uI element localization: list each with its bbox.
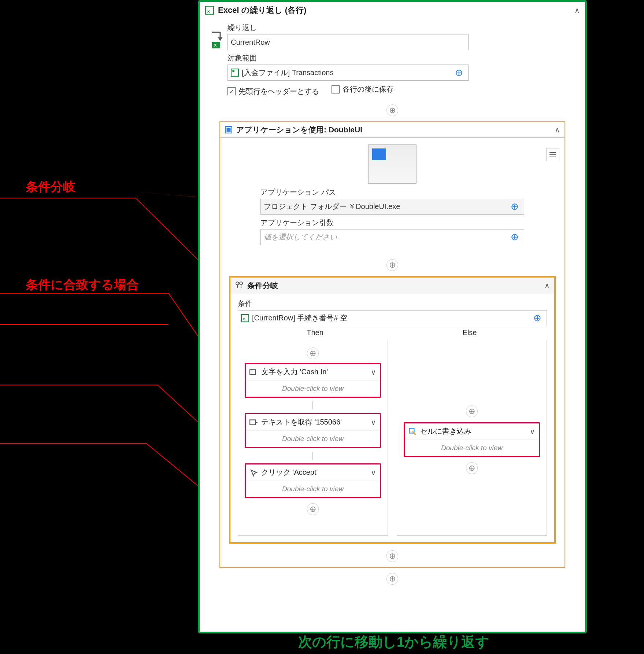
- excel-foreach-activity: x Excel の繰り返し (各行) ∧ X 繰り返し CurrentRow: [198, 0, 587, 633]
- svg-rect-6: [231, 69, 238, 76]
- type-into-icon: T: [249, 368, 258, 376]
- then-label: Then: [238, 328, 392, 337]
- condition-field[interactable]: x [CurrentRow] 手続き番号# 空 ⊕: [238, 310, 547, 326]
- app-path-label: アプリケーション パス: [260, 187, 524, 197]
- save-after-row-checkbox[interactable]: 各行の後に保存: [332, 84, 394, 94]
- svg-text:x: x: [207, 8, 210, 14]
- range-field[interactable]: [入金ファイル] Transactions ⊕: [227, 65, 469, 81]
- add-activity-button[interactable]: ⊕: [386, 573, 398, 585]
- excel-loop-icon: x: [205, 5, 214, 15]
- svg-marker-3: [218, 37, 222, 41]
- chevron-down-icon[interactable]: ∨: [371, 468, 376, 477]
- double-click-hint: Double-click to view: [246, 481, 380, 497]
- write-cell-icon: [408, 427, 417, 436]
- app-path-field[interactable]: プロジェクト フォルダー ￥DoubleUI.exe ⊕: [260, 199, 524, 215]
- else-branch: ⊕ セルに書き込み ∨ Double-click to view: [397, 340, 547, 536]
- add-activity-button[interactable]: ⊕: [386, 104, 398, 116]
- add-activity-button[interactable]: ⊕: [307, 503, 319, 515]
- add-activity-button[interactable]: ⊕: [386, 259, 398, 271]
- range-label: 対象範囲: [227, 53, 574, 63]
- scope-header[interactable]: アプリケーションを使用: DoubleUI ∧: [220, 122, 565, 138]
- use-application-scope: アプリケーションを使用: DoubleUI ∧ アプリケーション パス プロジェ…: [219, 121, 565, 568]
- click-activity[interactable]: クリック 'Accept' ∨ Double-click to view: [245, 463, 381, 498]
- header-checkbox[interactable]: ✓ 先頭行をヘッダーとする: [227, 87, 319, 96]
- if-icon: [235, 281, 244, 290]
- svg-point-10: [236, 282, 239, 285]
- plus-button[interactable]: ⊕: [508, 201, 521, 212]
- double-click-hint: Double-click to view: [246, 430, 380, 447]
- range-icon: [231, 69, 239, 77]
- loop-arrow-icon: X: [211, 31, 223, 49]
- add-activity-button[interactable]: ⊕: [307, 348, 319, 359]
- app-args-field[interactable]: 値を選択してください。 ⊕: [260, 229, 524, 245]
- add-activity-button[interactable]: ⊕: [466, 462, 478, 474]
- write-cell-activity[interactable]: セルに書き込み ∨ Double-click to view: [404, 422, 540, 457]
- add-activity-button[interactable]: ⊕: [386, 550, 398, 562]
- target-app-thumbnail[interactable]: [368, 144, 417, 184]
- collapse-icon[interactable]: ∧: [555, 125, 560, 134]
- repeat-field[interactable]: CurrentRow: [227, 34, 469, 50]
- flow-connector: [312, 452, 313, 460]
- activity-header[interactable]: x Excel の繰り返し (各行) ∧: [200, 2, 585, 19]
- double-click-hint: Double-click to view: [246, 380, 380, 397]
- double-click-hint: Double-click to view: [405, 440, 539, 456]
- if-header[interactable]: 条件分岐 ∧: [230, 278, 554, 294]
- activity-title: Excel の繰り返し (各行): [218, 5, 306, 16]
- if-activity: 条件分岐 ∧ 条件 x [CurrentRow] 手続き番号# 空 ⊕ Then…: [229, 276, 556, 544]
- add-activity-button[interactable]: ⊕: [466, 405, 478, 417]
- svg-text:T: T: [251, 370, 253, 374]
- svg-rect-16: [250, 420, 255, 425]
- collapse-icon[interactable]: ∧: [574, 6, 580, 15]
- chevron-down-icon[interactable]: ∨: [371, 368, 376, 376]
- plus-button[interactable]: ⊕: [508, 231, 521, 243]
- hamburger-menu-icon[interactable]: [546, 148, 559, 161]
- get-text-activity[interactable]: テキストを取得 '155066' ∨ Double-click to view: [245, 413, 381, 448]
- svg-point-11: [240, 282, 243, 285]
- collapse-icon[interactable]: ∧: [544, 281, 550, 290]
- app-scope-icon: [225, 126, 233, 134]
- flow-connector: [312, 401, 313, 409]
- else-label: Else: [392, 328, 547, 337]
- svg-text:X: X: [214, 43, 217, 48]
- checkbox-empty-icon: [332, 85, 340, 93]
- range-plus-button[interactable]: ⊕: [453, 67, 465, 78]
- checkbox-checked-icon: ✓: [227, 87, 236, 95]
- app-args-label: アプリケーション引数: [260, 218, 524, 228]
- excel-cell-icon: x: [241, 314, 249, 322]
- svg-rect-7: [232, 70, 234, 72]
- then-branch: ⊕ T 文字を入力 'Cash In' ∨ Double-click to vi…: [238, 340, 388, 536]
- get-text-icon: [249, 418, 258, 426]
- type-into-activity[interactable]: T 文字を入力 'Cash In' ∨ Double-click to view: [245, 363, 381, 398]
- svg-text:x: x: [243, 316, 245, 321]
- condition-label: 条件: [238, 299, 547, 309]
- annotation-loop-footer: 次の行に移動し1から繰り返す: [198, 633, 590, 651]
- chevron-down-icon[interactable]: ∨: [371, 418, 376, 427]
- repeat-label: 繰り返し: [227, 23, 574, 33]
- chevron-down-icon[interactable]: ∨: [530, 427, 535, 436]
- click-icon: [249, 469, 258, 477]
- svg-rect-9: [227, 128, 231, 132]
- plus-button[interactable]: ⊕: [531, 312, 544, 324]
